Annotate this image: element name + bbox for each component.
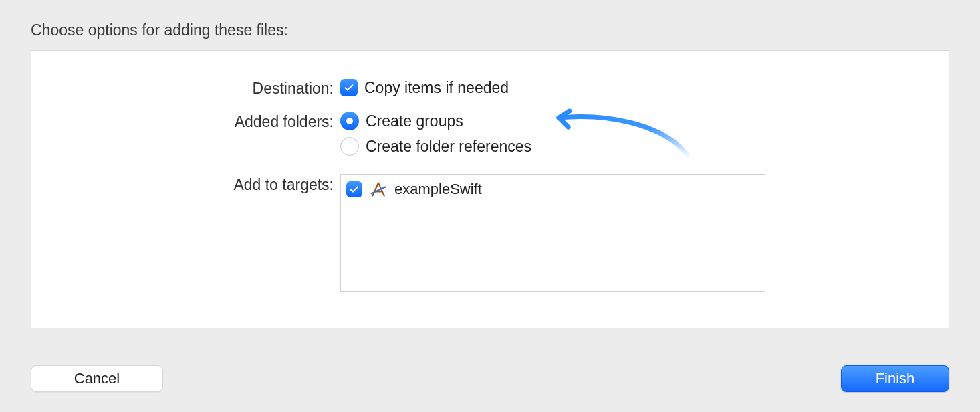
options-panel: Destination: Copy items if needed Added … bbox=[31, 50, 949, 328]
cancel-button[interactable]: Cancel bbox=[31, 365, 163, 392]
create-folder-refs-option[interactable]: Create folder references bbox=[340, 136, 922, 157]
button-bar: Cancel Finish bbox=[31, 365, 949, 392]
destination-row: Destination: Copy items if needed bbox=[58, 78, 922, 99]
finish-button-label: Finish bbox=[876, 370, 915, 387]
create-folder-refs-radio[interactable] bbox=[340, 137, 359, 156]
create-groups-radio[interactable] bbox=[340, 112, 359, 130]
copy-items-checkbox[interactable] bbox=[340, 79, 358, 96]
added-folders-row: Added folders: Create groups Create fold… bbox=[58, 111, 922, 157]
targets-list[interactable]: exampleSwift bbox=[340, 174, 765, 292]
copy-items-option[interactable]: Copy items if needed bbox=[340, 78, 922, 98]
copy-items-label: Copy items if needed bbox=[364, 78, 509, 98]
target-name: exampleSwift bbox=[394, 181, 482, 198]
finish-button[interactable]: Finish bbox=[841, 365, 949, 392]
cancel-button-label: Cancel bbox=[74, 370, 120, 387]
check-icon bbox=[348, 183, 360, 195]
added-folders-label: Added folders: bbox=[58, 111, 340, 132]
create-folder-refs-label: Create folder references bbox=[366, 136, 531, 157]
add-to-targets-row: Add to targets: bbox=[58, 174, 922, 292]
create-groups-label: Create groups bbox=[366, 111, 463, 131]
app-icon bbox=[369, 180, 388, 199]
target-checkbox[interactable] bbox=[346, 181, 362, 197]
check-icon bbox=[343, 82, 355, 94]
target-row[interactable]: exampleSwift bbox=[346, 179, 759, 200]
add-to-targets-label: Add to targets: bbox=[58, 174, 340, 195]
destination-label: Destination: bbox=[58, 78, 340, 99]
sheet-title: Choose options for adding these files: bbox=[31, 21, 949, 39]
add-files-sheet: Choose options for adding these files: D… bbox=[0, 0, 980, 412]
create-groups-option[interactable]: Create groups bbox=[340, 111, 922, 131]
